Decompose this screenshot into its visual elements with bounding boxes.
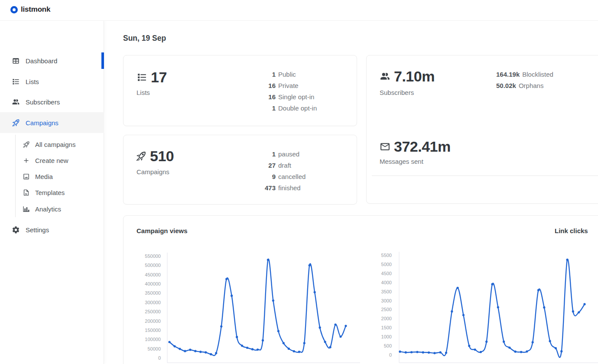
stat-row: 16Private [258, 80, 317, 91]
campaign-views-line-chart: 0500001000001500002000002500003000003500… [130, 248, 360, 364]
subscribers-count: 7.10m [394, 68, 435, 85]
y-tick-label: 1000 [381, 334, 392, 339]
campaigns-bigstat: 510 [136, 148, 174, 165]
image-icon [23, 173, 30, 180]
subscribers-stats: 164.19kBlocklisted 50.02kOrphans [496, 68, 553, 91]
y-tick-label: 3000 [381, 298, 392, 303]
sidebar-item-analytics[interactable]: Analytics [0, 201, 104, 217]
y-tick-label: 550000 [145, 254, 161, 259]
sidebar-subitem-label: Create new [35, 157, 68, 164]
y-tick-label: 1500 [381, 325, 392, 330]
stat-row: 1Public [258, 68, 317, 80]
lists-label: Lists [136, 89, 150, 96]
stat-label: cancelled [278, 173, 306, 180]
stat-label: draft [278, 162, 291, 169]
rocket-icon [23, 141, 30, 148]
stat-label: Public [278, 71, 296, 78]
campaign-views-chart-title: Campaign views [136, 227, 188, 234]
stat-value: 27 [258, 162, 276, 169]
campaigns-count: 510 [150, 148, 174, 165]
stat-value: 9 [258, 173, 276, 180]
stat-value: 16 [258, 82, 276, 89]
stat-value: 1 [258, 104, 276, 112]
stat-row: 473finished [258, 182, 306, 193]
y-tick-label: 3500 [381, 289, 392, 294]
sidebar-item-label: Settings [26, 226, 49, 234]
sidebar-subitem-label: Analytics [35, 205, 61, 213]
stat-row: 1Double opt-in [258, 102, 317, 114]
active-indicator [101, 52, 104, 69]
plus-icon [23, 157, 30, 164]
sidebar-item-media[interactable]: Media [0, 169, 104, 185]
y-tick-label: 150000 [145, 328, 161, 333]
y-tick-label: 400000 [145, 281, 161, 286]
subscribers-messages-card: 7.10m Subscribers 164.19kBlocklisted 50.… [366, 55, 598, 204]
stat-row: 27draft [258, 159, 306, 171]
stat-label: paused [278, 150, 299, 158]
sidebar-item-templates[interactable]: Templates [0, 185, 104, 201]
brand-name: listmonk [21, 5, 50, 14]
stat-row: 164.19kBlocklisted [496, 68, 553, 80]
campaigns-card: 510 Campaigns 1paused 27draft 9cancelled… [123, 135, 357, 205]
sidebar: Dashboard Lists Subscribers Campaigns [0, 21, 104, 364]
y-tick-label: 2500 [381, 307, 392, 312]
campaigns-label: Campaigns [136, 168, 169, 176]
messages-label: Messages sent [380, 158, 423, 165]
stat-value: 1 [258, 150, 276, 158]
sidebar-item-label: Dashboard [26, 57, 57, 65]
subscribers-bigstat: 7.10m [380, 68, 435, 85]
bar-chart-icon [23, 205, 30, 213]
sidebar-item-campaigns[interactable]: Campaigns [0, 112, 104, 133]
gear-icon [12, 226, 20, 234]
stat-label: Orphans [519, 82, 544, 89]
file-icon [23, 189, 30, 196]
sidebar-subitem-label: All campaigns [35, 141, 75, 148]
y-tick-label: 300000 [145, 300, 161, 305]
card-divider [372, 176, 598, 176]
listmonk-logo-icon [10, 6, 18, 13]
stat-value: 1 [258, 71, 276, 78]
y-tick-label: 450000 [145, 272, 161, 277]
stat-value: 16 [258, 93, 276, 101]
y-tick-label: 200000 [145, 318, 161, 324]
envelope-icon [380, 141, 390, 152]
stat-label: Private [278, 82, 299, 89]
sidebar-item-subscribers[interactable]: Subscribers [0, 91, 104, 112]
sidebar-item-lists[interactable]: Lists [0, 71, 104, 92]
y-tick-label: 250000 [145, 309, 161, 314]
sidebar-subitem-label: Media [35, 173, 53, 180]
stat-row: 9cancelled [258, 171, 306, 182]
list-icon [136, 72, 147, 83]
dashboard-page: listmonk Dashboard Lists Subscribers [0, 0, 598, 364]
top-bar: listmonk [0, 0, 598, 21]
y-tick-label: 4000 [381, 280, 392, 285]
y-tick-label: 0 [389, 352, 392, 358]
dashboard-icon [12, 57, 20, 65]
y-tick-label: 50000 [147, 346, 161, 351]
stat-value: 473 [258, 184, 276, 192]
listmonk-logo[interactable]: listmonk [10, 5, 50, 14]
campaigns-stats: 1paused 27draft 9cancelled 473finished [258, 148, 306, 193]
y-tick-label: 100000 [145, 337, 161, 342]
lists-count: 17 [151, 69, 167, 86]
lists-stats: 1Public 16Private 16Single opt-in 1Doubl… [258, 68, 317, 114]
subscribers-icon [12, 98, 20, 106]
people-icon [380, 71, 390, 82]
sidebar-item-create-new[interactable]: Create new [0, 153, 104, 169]
sidebar-item-label: Lists [26, 78, 39, 85]
sidebar-subitem-label: Templates [35, 189, 65, 196]
sidebar-item-all-campaigns[interactable]: All campaigns [0, 136, 104, 153]
stat-label: Double opt-in [278, 104, 317, 112]
sidebar-item-settings[interactable]: Settings [0, 219, 104, 240]
sidebar-item-dashboard[interactable]: Dashboard [0, 50, 104, 71]
y-tick-label: 500000 [145, 263, 161, 268]
stat-label: Blocklisted [522, 71, 553, 78]
stat-value: 50.02k [496, 82, 516, 89]
stat-value: 164.19k [496, 71, 520, 78]
y-tick-label: 500 [384, 343, 392, 348]
stat-row: 1paused [258, 148, 306, 159]
y-tick-label: 0 [158, 355, 161, 361]
sidebar-item-label: Subscribers [26, 98, 60, 106]
rocket-icon [12, 119, 20, 127]
subscribers-label: Subscribers [380, 89, 414, 96]
